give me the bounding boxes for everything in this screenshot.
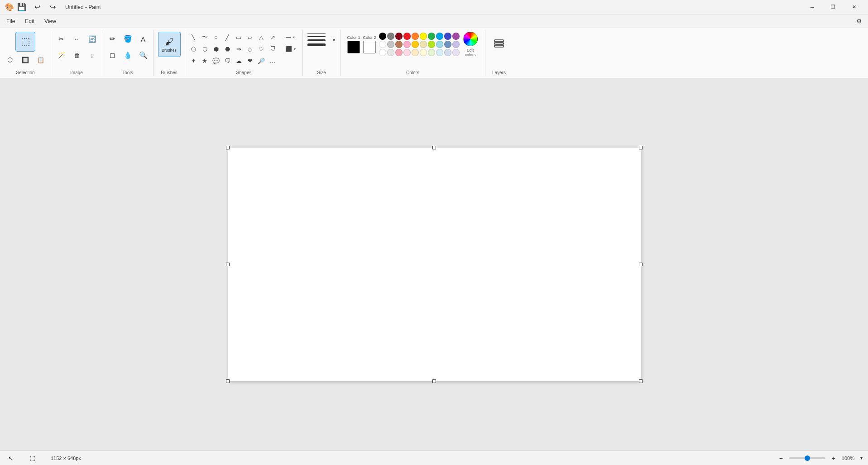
shape-magnify[interactable]: 🔎 xyxy=(256,55,267,66)
color-cream[interactable] xyxy=(420,41,427,48)
size-dropdown[interactable]: ▾ xyxy=(330,33,337,47)
handle-top-middle[interactable] xyxy=(432,146,436,149)
handle-bottom-middle[interactable] xyxy=(432,379,436,383)
color-indigo[interactable] xyxy=(444,33,451,40)
shape-rhombus[interactable]: ▱ xyxy=(245,32,255,43)
color-palelav[interactable] xyxy=(452,49,460,56)
shape-line2[interactable]: ╱ xyxy=(222,32,233,43)
color-black[interactable] xyxy=(379,33,386,40)
color-lime[interactable] xyxy=(428,41,435,48)
color-gold[interactable] xyxy=(412,41,419,48)
color-white[interactable] xyxy=(379,41,386,48)
handle-top-right[interactable] xyxy=(639,146,643,149)
shape-hexagon[interactable]: ⬡ xyxy=(199,43,210,54)
zoom-button[interactable]: 🔍 xyxy=(136,48,150,62)
shape-star4[interactable]: ✦ xyxy=(188,55,199,66)
resize-button[interactable]: ↔ xyxy=(69,32,84,46)
menu-view[interactable]: View xyxy=(40,16,61,26)
minimize-button[interactable]: ─ xyxy=(802,0,823,14)
pointer-tool[interactable]: ↖ xyxy=(4,451,18,465)
color-orange[interactable] xyxy=(412,33,419,40)
selection-status-btn[interactable]: ⬚ xyxy=(25,451,40,465)
shape-cloud[interactable]: ☁ xyxy=(233,55,244,66)
layers-button[interactable] xyxy=(489,32,509,53)
color1-swatch[interactable] xyxy=(347,41,360,53)
shape-callout1[interactable]: 💬 xyxy=(211,55,221,66)
color-paleblue[interactable] xyxy=(444,49,451,56)
shape-curve[interactable]: 〜 xyxy=(199,32,210,43)
shape-callout2[interactable]: 🗨 xyxy=(222,55,233,66)
selection-all-button[interactable]: 🔲 xyxy=(18,53,33,67)
color-white2[interactable] xyxy=(379,49,386,56)
handle-top-left[interactable] xyxy=(226,146,230,149)
shape-heart2[interactable]: ❤ xyxy=(245,55,255,66)
shape-pentagon[interactable]: ⬠ xyxy=(188,43,199,54)
shape-shield[interactable]: ⛉ xyxy=(267,43,278,54)
outline-button[interactable]: — ▾ xyxy=(282,32,300,43)
color-blue[interactable] xyxy=(436,33,443,40)
shape-star5[interactable]: ★ xyxy=(199,55,210,66)
color-pink[interactable] xyxy=(403,41,411,48)
color-red[interactable] xyxy=(403,33,411,40)
color-gray[interactable] xyxy=(387,33,394,40)
shape-oval[interactable]: ○ xyxy=(211,32,221,43)
color-lightgray[interactable] xyxy=(387,41,394,48)
fill-shape-button[interactable]: ⬛ ▾ xyxy=(282,43,300,54)
shape-rect[interactable]: ▭ xyxy=(233,32,244,43)
zoom-percent-dropdown[interactable]: ▾ xyxy=(858,451,864,465)
color-brown[interactable] xyxy=(395,41,403,48)
redo-button[interactable]: ↪ xyxy=(45,0,60,14)
color-lightgreen[interactable] xyxy=(428,49,435,56)
fill-button[interactable]: 🪣 xyxy=(120,32,135,46)
color-darkred[interactable] xyxy=(395,33,403,40)
color-rainbow-picker[interactable] xyxy=(463,32,478,46)
magic-select-button[interactable]: 🪄 xyxy=(54,48,68,62)
eraser-button[interactable]: ◻ xyxy=(105,48,120,62)
color-steelblue[interactable] xyxy=(444,41,451,48)
selection-rect-button[interactable]: ⬚ xyxy=(15,32,35,52)
color-yellow[interactable] xyxy=(420,33,427,40)
size-1px[interactable] xyxy=(307,34,326,34)
menu-file[interactable]: File xyxy=(2,16,19,26)
brushes-main-button[interactable]: 🖌 Brushes xyxy=(158,32,181,57)
shape-more[interactable]: … xyxy=(267,55,278,66)
zoom-slider[interactable] xyxy=(789,457,825,459)
shape-arrow-right[interactable]: ↗ xyxy=(267,32,278,43)
size-4px[interactable] xyxy=(307,39,326,41)
color-peach[interactable] xyxy=(412,49,419,56)
eyedropper-button[interactable]: 💧 xyxy=(120,48,135,62)
erase-bg-button[interactable]: 🗑 xyxy=(69,48,84,62)
color-blush[interactable] xyxy=(403,49,411,56)
close-button[interactable]: ✕ xyxy=(844,0,864,14)
shape-line[interactable]: ╲ xyxy=(188,32,199,43)
color-skyblue[interactable] xyxy=(436,41,443,48)
color-lightpink[interactable] xyxy=(395,49,403,56)
zoom-in-button[interactable]: + xyxy=(829,454,838,463)
rotate-button[interactable]: 🔄 xyxy=(85,32,99,46)
settings-button[interactable]: ⚙ xyxy=(852,14,866,29)
handle-bottom-left[interactable] xyxy=(226,379,230,383)
color-lightyellow[interactable] xyxy=(420,49,427,56)
shape-arrow2[interactable]: ⇒ xyxy=(233,43,244,54)
selection-free-button[interactable]: ⬡ xyxy=(3,53,17,67)
handle-middle-right[interactable] xyxy=(639,263,643,266)
canvas-document[interactable] xyxy=(228,148,641,381)
crop-button[interactable]: ✂ xyxy=(54,32,68,46)
invert-button[interactable]: ↕ xyxy=(85,48,99,62)
shape-heart[interactable]: ♡ xyxy=(256,43,267,54)
handle-bottom-right[interactable] xyxy=(639,379,643,383)
zoom-out-button[interactable]: − xyxy=(777,454,786,463)
color-palecyan[interactable] xyxy=(436,49,443,56)
shape-diamond[interactable]: ◇ xyxy=(245,43,255,54)
shape-triangle[interactable]: △ xyxy=(256,32,267,43)
pencil-button[interactable]: ✏ xyxy=(105,32,120,46)
zoom-slider-thumb[interactable] xyxy=(805,455,810,461)
color-purple[interactable] xyxy=(452,33,460,40)
color2-swatch[interactable] xyxy=(363,41,376,53)
color-green[interactable] xyxy=(428,33,435,40)
size-2px[interactable] xyxy=(307,36,326,37)
menu-edit[interactable]: Edit xyxy=(20,16,39,26)
text-button[interactable]: A xyxy=(136,32,150,46)
selection-paste-button[interactable]: 📋 xyxy=(34,53,48,67)
color-lavender[interactable] xyxy=(452,41,460,48)
